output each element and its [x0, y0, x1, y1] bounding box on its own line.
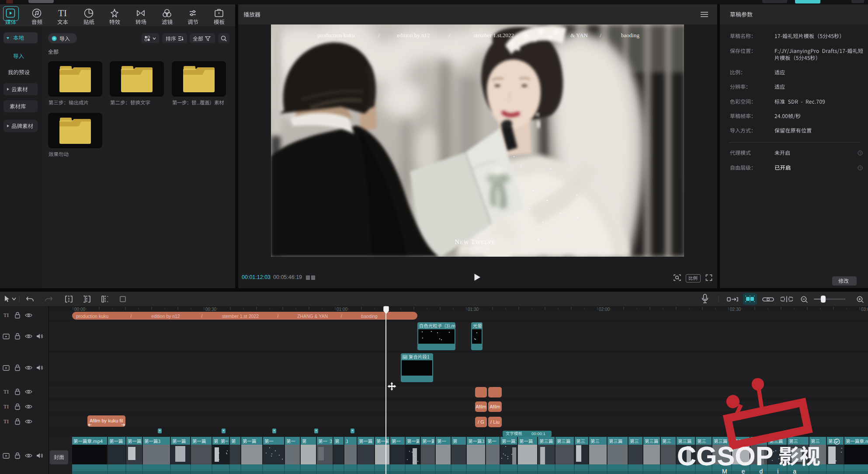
svg-text:?: ? [859, 151, 861, 155]
svg-text:?: ? [859, 166, 861, 170]
